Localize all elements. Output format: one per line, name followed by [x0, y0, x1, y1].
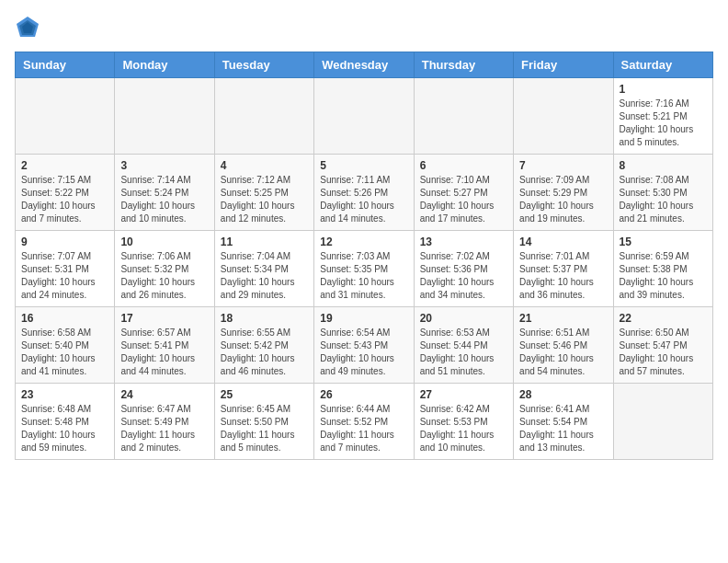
- calendar-cell: 11Sunrise: 7:04 AM Sunset: 5:34 PM Dayli…: [214, 231, 313, 307]
- day-info: Sunrise: 7:01 AM Sunset: 5:37 PM Dayligh…: [519, 250, 607, 302]
- day-info: Sunrise: 6:48 AM Sunset: 5:48 PM Dayligh…: [21, 403, 108, 454]
- day-number: 12: [320, 236, 407, 248]
- calendar-cell: 18Sunrise: 6:55 AM Sunset: 5:42 PM Dayli…: [214, 307, 313, 384]
- day-number: 28: [519, 388, 607, 401]
- calendar-cell: 28Sunrise: 6:41 AM Sunset: 5:54 PM Dayli…: [514, 384, 613, 460]
- day-number: 25: [221, 388, 308, 401]
- day-number: 17: [120, 312, 208, 325]
- day-number: 1: [620, 83, 707, 96]
- day-info: Sunrise: 6:58 AM Sunset: 5:40 PM Dayligh…: [21, 327, 108, 378]
- day-info: Sunrise: 6:54 AM Sunset: 5:43 PM Dayligh…: [320, 327, 407, 378]
- calendar-cell: 1Sunrise: 7:16 AM Sunset: 5:21 PM Daylig…: [613, 78, 712, 155]
- day-info: Sunrise: 7:10 AM Sunset: 5:27 PM Dayligh…: [420, 174, 507, 225]
- day-number: 8: [620, 159, 707, 172]
- day-info: Sunrise: 6:57 AM Sunset: 5:41 PM Dayligh…: [120, 327, 208, 378]
- calendar-week-row: 16Sunrise: 6:58 AM Sunset: 5:40 PM Dayli…: [16, 307, 713, 384]
- day-info: Sunrise: 7:15 AM Sunset: 5:22 PM Dayligh…: [21, 174, 108, 225]
- calendar-cell: 20Sunrise: 6:53 AM Sunset: 5:44 PM Dayli…: [414, 307, 513, 384]
- day-info: Sunrise: 6:50 AM Sunset: 5:47 PM Dayligh…: [620, 327, 707, 378]
- day-number: 15: [620, 236, 707, 248]
- day-info: Sunrise: 6:41 AM Sunset: 5:54 PM Dayligh…: [519, 403, 607, 454]
- day-number: 26: [320, 388, 407, 401]
- day-info: Sunrise: 6:42 AM Sunset: 5:53 PM Dayligh…: [420, 403, 507, 454]
- day-number: 23: [21, 388, 108, 401]
- day-info: Sunrise: 6:53 AM Sunset: 5:44 PM Dayligh…: [420, 327, 507, 378]
- day-info: Sunrise: 7:07 AM Sunset: 5:31 PM Dayligh…: [21, 250, 108, 302]
- day-number: 10: [120, 236, 208, 248]
- calendar-cell: 17Sunrise: 6:57 AM Sunset: 5:41 PM Dayli…: [115, 307, 214, 384]
- calendar-cell: 26Sunrise: 6:44 AM Sunset: 5:52 PM Dayli…: [314, 384, 414, 460]
- calendar-cell: 25Sunrise: 6:45 AM Sunset: 5:50 PM Dayli…: [214, 384, 313, 460]
- calendar-cell: [613, 384, 712, 460]
- logo: [15, 15, 44, 40]
- weekday-header: Wednesday: [314, 52, 414, 78]
- calendar-cell: 12Sunrise: 7:03 AM Sunset: 5:35 PM Dayli…: [314, 231, 414, 307]
- day-number: 3: [120, 159, 208, 172]
- day-info: Sunrise: 7:03 AM Sunset: 5:35 PM Dayligh…: [320, 250, 407, 302]
- calendar-header-row: SundayMondayTuesdayWednesdayThursdayFrid…: [16, 52, 713, 78]
- calendar-cell: 7Sunrise: 7:09 AM Sunset: 5:29 PM Daylig…: [514, 155, 613, 231]
- day-number: 18: [221, 312, 308, 325]
- calendar-cell: 10Sunrise: 7:06 AM Sunset: 5:32 PM Dayli…: [115, 231, 214, 307]
- calendar-cell: 3Sunrise: 7:14 AM Sunset: 5:24 PM Daylig…: [115, 155, 214, 231]
- calendar-cell: 4Sunrise: 7:12 AM Sunset: 5:25 PM Daylig…: [214, 155, 313, 231]
- day-number: 7: [519, 159, 607, 172]
- calendar-cell: 23Sunrise: 6:48 AM Sunset: 5:48 PM Dayli…: [16, 384, 115, 460]
- day-info: Sunrise: 6:44 AM Sunset: 5:52 PM Dayligh…: [320, 403, 407, 454]
- calendar-cell: 27Sunrise: 6:42 AM Sunset: 5:53 PM Dayli…: [414, 384, 513, 460]
- calendar-week-row: 9Sunrise: 7:07 AM Sunset: 5:31 PM Daylig…: [16, 231, 713, 307]
- weekday-header: Thursday: [414, 52, 513, 78]
- calendar-cell: [314, 78, 414, 155]
- calendar-cell: [414, 78, 513, 155]
- calendar-week-row: 23Sunrise: 6:48 AM Sunset: 5:48 PM Dayli…: [16, 384, 713, 460]
- calendar-cell: [115, 78, 214, 155]
- day-info: Sunrise: 7:11 AM Sunset: 5:26 PM Dayligh…: [320, 174, 407, 225]
- day-number: 9: [21, 236, 108, 248]
- calendar-cell: 9Sunrise: 7:07 AM Sunset: 5:31 PM Daylig…: [16, 231, 115, 307]
- weekday-header: Tuesday: [214, 52, 313, 78]
- weekday-header: Saturday: [613, 52, 712, 78]
- calendar-cell: 5Sunrise: 7:11 AM Sunset: 5:26 PM Daylig…: [314, 155, 414, 231]
- day-number: 6: [420, 159, 507, 172]
- page-header: [15, 15, 713, 40]
- weekday-header: Sunday: [16, 52, 115, 78]
- day-number: 22: [620, 312, 707, 325]
- calendar-cell: [214, 78, 313, 155]
- day-info: Sunrise: 6:45 AM Sunset: 5:50 PM Dayligh…: [221, 403, 308, 454]
- day-info: Sunrise: 7:06 AM Sunset: 5:32 PM Dayligh…: [120, 250, 208, 302]
- calendar-cell: [514, 78, 613, 155]
- day-info: Sunrise: 7:16 AM Sunset: 5:21 PM Dayligh…: [620, 98, 707, 149]
- day-info: Sunrise: 7:12 AM Sunset: 5:25 PM Dayligh…: [221, 174, 308, 225]
- day-info: Sunrise: 6:55 AM Sunset: 5:42 PM Dayligh…: [221, 327, 308, 378]
- day-number: 27: [420, 388, 507, 401]
- logo-icon: [15, 15, 40, 40]
- calendar-table: SundayMondayTuesdayWednesdayThursdayFrid…: [15, 52, 713, 460]
- calendar-cell: 24Sunrise: 6:47 AM Sunset: 5:49 PM Dayli…: [115, 384, 214, 460]
- calendar-cell: [16, 78, 115, 155]
- calendar-cell: 6Sunrise: 7:10 AM Sunset: 5:27 PM Daylig…: [414, 155, 513, 231]
- calendar-week-row: 1Sunrise: 7:16 AM Sunset: 5:21 PM Daylig…: [16, 78, 713, 155]
- day-number: 13: [420, 236, 507, 248]
- calendar-cell: 8Sunrise: 7:08 AM Sunset: 5:30 PM Daylig…: [613, 155, 712, 231]
- calendar-cell: 16Sunrise: 6:58 AM Sunset: 5:40 PM Dayli…: [16, 307, 115, 384]
- day-info: Sunrise: 6:47 AM Sunset: 5:49 PM Dayligh…: [120, 403, 208, 454]
- day-info: Sunrise: 6:59 AM Sunset: 5:38 PM Dayligh…: [620, 250, 707, 302]
- day-number: 5: [320, 159, 407, 172]
- day-number: 21: [519, 312, 607, 325]
- calendar-cell: 19Sunrise: 6:54 AM Sunset: 5:43 PM Dayli…: [314, 307, 414, 384]
- day-info: Sunrise: 7:02 AM Sunset: 5:36 PM Dayligh…: [420, 250, 507, 302]
- weekday-header: Monday: [115, 52, 214, 78]
- day-number: 20: [420, 312, 507, 325]
- day-number: 11: [221, 236, 308, 248]
- calendar-cell: 13Sunrise: 7:02 AM Sunset: 5:36 PM Dayli…: [414, 231, 513, 307]
- day-number: 4: [221, 159, 308, 172]
- calendar-cell: 15Sunrise: 6:59 AM Sunset: 5:38 PM Dayli…: [613, 231, 712, 307]
- calendar-cell: 14Sunrise: 7:01 AM Sunset: 5:37 PM Dayli…: [514, 231, 613, 307]
- day-info: Sunrise: 7:09 AM Sunset: 5:29 PM Dayligh…: [519, 174, 607, 225]
- day-info: Sunrise: 7:08 AM Sunset: 5:30 PM Dayligh…: [620, 174, 707, 225]
- day-number: 16: [21, 312, 108, 325]
- day-number: 2: [21, 159, 108, 172]
- weekday-header: Friday: [514, 52, 613, 78]
- calendar-cell: 22Sunrise: 6:50 AM Sunset: 5:47 PM Dayli…: [613, 307, 712, 384]
- calendar-week-row: 2Sunrise: 7:15 AM Sunset: 5:22 PM Daylig…: [16, 155, 713, 231]
